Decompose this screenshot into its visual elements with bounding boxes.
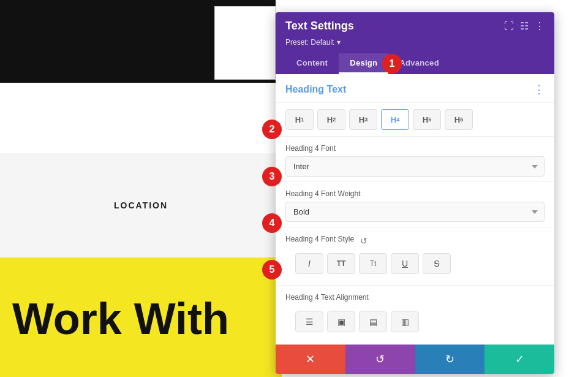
- section-heading-title: Heading Text: [285, 84, 346, 95]
- capitalize-button[interactable]: Tt: [359, 253, 387, 274]
- fullscreen-icon[interactable]: ⛶: [504, 21, 514, 32]
- font-weight-label: Heading 4 Font Weight: [285, 189, 545, 198]
- tab-design[interactable]: Design: [339, 53, 388, 74]
- redo-button[interactable]: ↻: [415, 345, 485, 374]
- style-buttons: I TT Tt U S: [285, 247, 545, 280]
- panel-title-row: Text Settings ⛶ ☷ ⋮: [285, 20, 545, 32]
- preset-arrow[interactable]: ▾: [337, 38, 341, 47]
- font-label: Heading 4 Font: [285, 144, 545, 153]
- h4-button[interactable]: H4: [381, 109, 409, 130]
- font-weight-select[interactable]: Bold Normal Light Extra Bold: [285, 202, 545, 222]
- italic-button[interactable]: I: [295, 253, 323, 274]
- font-style-label: Heading 4 Font Style: [285, 235, 354, 243]
- panel-tabs: Content Design Advanced: [285, 53, 545, 74]
- preset-label[interactable]: Preset: Default: [285, 38, 334, 47]
- font-select[interactable]: Inter Roboto Open Sans Lato: [285, 156, 545, 177]
- h2-button[interactable]: H2: [317, 109, 345, 130]
- save-button[interactable]: ✓: [484, 345, 554, 374]
- undo-button[interactable]: ↺: [345, 345, 415, 374]
- text-settings-panel: Text Settings ⛶ ☷ ⋮ Preset: Default ▾ Co…: [276, 12, 554, 374]
- panel-body: Heading Text ⋮ H1 H2 H3 H4 H5 H6 Heading…: [276, 74, 554, 345]
- badge-3: 3: [262, 167, 282, 186]
- preset-row: Preset: Default ▾: [285, 36, 545, 47]
- panel-icons: ⛶ ☷ ⋮: [504, 20, 545, 32]
- h5-button[interactable]: H5: [413, 109, 441, 130]
- heading-levels: H1 H2 H3 H4 H5 H6: [276, 103, 554, 137]
- align-buttons: ☰ ▣ ▤ ▥: [285, 305, 545, 341]
- h6-button[interactable]: H6: [445, 109, 473, 130]
- panel-title: Text Settings: [285, 20, 354, 32]
- align-right-button[interactable]: ▤: [359, 311, 387, 332]
- section-heading-row: Heading Text ⋮: [276, 74, 554, 103]
- white-box-element: [214, 6, 276, 80]
- h3-button[interactable]: H3: [349, 109, 377, 130]
- font-style-reset-icon[interactable]: ↺: [360, 236, 368, 246]
- work-with-text: Work With: [12, 297, 229, 341]
- badge-5: 5: [262, 260, 282, 280]
- location-section: LOCATION: [0, 153, 282, 257]
- badge-2: 2: [262, 120, 282, 139]
- align-center-button[interactable]: ▣: [327, 311, 355, 332]
- text-alignment-label: Heading 4 Text Alignment: [285, 293, 545, 302]
- tab-content[interactable]: Content: [285, 53, 339, 74]
- align-justify-button[interactable]: ▥: [391, 311, 419, 332]
- badge-4: 4: [262, 213, 282, 233]
- location-label: LOCATION: [114, 200, 168, 210]
- underline-button[interactable]: U: [391, 253, 419, 274]
- strikethrough-button[interactable]: S: [423, 253, 451, 274]
- panel-footer: ✕ ↺ ↻ ✓: [276, 345, 554, 374]
- cancel-button[interactable]: ✕: [276, 345, 345, 374]
- section-more-icon[interactable]: ⋮: [533, 83, 545, 96]
- align-left-button[interactable]: ☰: [295, 311, 323, 332]
- text-alignment-row: Heading 4 Text Alignment ☰ ▣ ▤ ▥: [276, 286, 554, 345]
- uppercase-button[interactable]: TT: [327, 253, 355, 274]
- badge-1: 1: [382, 54, 402, 74]
- more-icon[interactable]: ⋮: [535, 20, 545, 32]
- font-style-label-row: Heading 4 Font Style ↺: [285, 235, 545, 247]
- yellow-section: Work With: [0, 257, 282, 377]
- panel-header: Text Settings ⛶ ☷ ⋮ Preset: Default ▾ Co…: [276, 12, 554, 74]
- font-style-row: Heading 4 Font Style ↺ I TT Tt U S: [276, 227, 554, 286]
- h1-button[interactable]: H1: [285, 109, 314, 130]
- grid-icon[interactable]: ☷: [520, 20, 529, 32]
- font-row: Heading 4 Font Inter Roboto Open Sans La…: [276, 137, 554, 182]
- font-weight-row: Heading 4 Font Weight Bold Normal Light …: [276, 182, 554, 227]
